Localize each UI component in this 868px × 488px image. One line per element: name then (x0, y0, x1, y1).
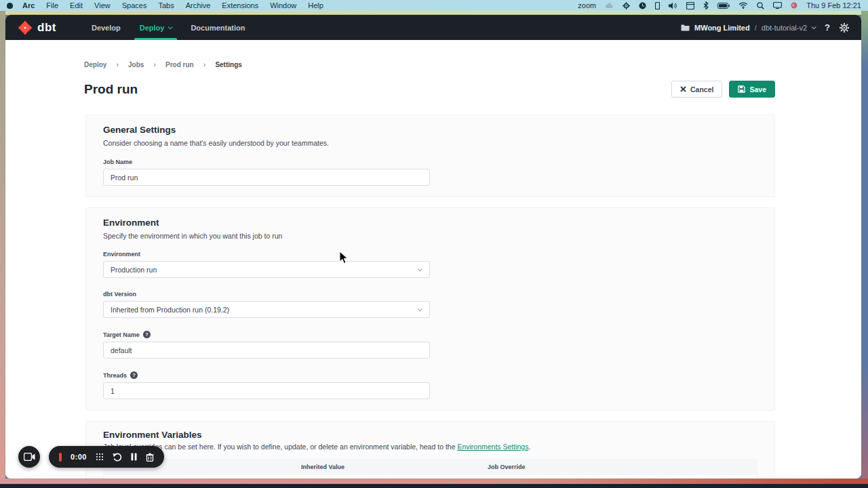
account-separator: / (755, 24, 757, 32)
pause-recording-icon[interactable] (131, 453, 137, 461)
page-title: Prod run (84, 82, 138, 97)
menubar-app-name[interactable]: Arc (22, 1, 35, 9)
cloud-icon[interactable] (605, 2, 614, 9)
menubar-item-window[interactable]: Window (270, 1, 296, 9)
help-tooltip-icon[interactable]: ? (143, 331, 151, 338)
account-project-switcher[interactable]: MWong Limited / dbt-tutorial-v2 (681, 24, 815, 32)
threads-label: Threads (103, 372, 127, 379)
gear-icon[interactable] (840, 23, 849, 33)
help-tooltip-icon[interactable]: ? (130, 371, 138, 379)
env-vars-text-suffix: . (528, 443, 530, 451)
wallpaper-bottom-strip (0, 479, 868, 484)
breadcrumb-separator: › (203, 60, 206, 68)
job-name-label: Job Name (103, 159, 757, 165)
video-camera-icon (24, 453, 35, 461)
environment-variables-heading: Environment Variables (103, 430, 757, 440)
environment-variables-description: Job level overrides can be set here. If … (103, 443, 757, 451)
breadcrumb-separator: › (116, 60, 119, 68)
delete-recording-icon[interactable] (146, 453, 154, 462)
tab-documentation[interactable]: Documentation (181, 15, 254, 40)
clock-icon[interactable] (639, 2, 646, 9)
close-icon (680, 86, 686, 92)
target-name-label: Target Name (103, 331, 140, 338)
menubar-item-edit[interactable]: Edit (70, 1, 83, 9)
recording-timer: 0:00 (71, 453, 87, 461)
environment-label: Environment (103, 251, 757, 258)
mouse-cursor (339, 251, 349, 264)
record-indicator-icon[interactable] (791, 2, 797, 9)
menubar-item-view[interactable]: View (94, 1, 111, 9)
bluetooth-icon[interactable] (703, 1, 709, 9)
battery-icon[interactable] (717, 3, 730, 9)
project-name: dbt-tutorial-v2 (762, 24, 807, 32)
dbt-logo-icon (18, 20, 33, 35)
menubar-item-archive[interactable]: Archive (186, 1, 211, 9)
tab-deploy-label: Deploy (140, 24, 165, 32)
tab-develop-label: Develop (92, 24, 121, 32)
chevron-down-icon (168, 24, 173, 29)
dbt-brand-text: dbt (37, 21, 56, 35)
env-vars-table-row (103, 475, 757, 479)
environment-heading: Environment (103, 218, 757, 228)
environment-variables-section: Environment Variables Job level override… (85, 421, 775, 479)
breadcrumb: Deploy › Jobs › Prod run › Settings (84, 60, 861, 68)
wallpaper-right-strip (861, 11, 868, 479)
environment-select[interactable]: Production run (103, 261, 430, 278)
tab-deploy[interactable]: Deploy (130, 15, 182, 40)
cancel-button-label: Cancel (690, 85, 713, 94)
camera-bubble-button[interactable] (18, 446, 40, 468)
job-name-input[interactable] (103, 169, 430, 186)
cancel-button[interactable]: Cancel (671, 81, 722, 98)
column-job-override: Job Override (488, 464, 526, 470)
breadcrumb-deploy[interactable]: Deploy (84, 61, 106, 68)
display-mirror-icon[interactable] (773, 2, 782, 9)
folder-icon (681, 24, 690, 31)
menubar-item-file[interactable]: File (46, 1, 58, 9)
chevron-down-icon (418, 306, 422, 311)
column-inherited-value: Inherited Value (301, 464, 344, 470)
spotlight-search-icon[interactable] (757, 2, 764, 9)
phone-icon[interactable] (655, 2, 660, 9)
page-content: Deploy › Jobs › Prod run › Settings Prod… (5, 40, 861, 479)
restart-recording-icon[interactable] (113, 453, 122, 462)
chevron-down-icon (418, 266, 422, 271)
help-icon[interactable]: ? (825, 22, 830, 33)
tab-documentation-label: Documentation (191, 24, 245, 32)
env-vars-table-header: Inherited Value Job Override (103, 459, 757, 475)
wifi-icon[interactable] (738, 2, 748, 9)
settings-gear-icon[interactable] (623, 2, 630, 9)
environment-select-value: Production run (111, 266, 157, 274)
general-settings-section: General Settings Consider choosing a nam… (85, 115, 775, 197)
menubar-item-spaces[interactable]: Spaces (122, 1, 147, 9)
account-name: MWong Limited (694, 24, 750, 32)
stop-recording-button[interactable] (59, 453, 62, 462)
threads-input[interactable] (103, 382, 430, 399)
volume-icon[interactable] (669, 2, 677, 9)
zoom-menu-item[interactable]: zoom (578, 1, 596, 9)
menubar-item-help[interactable]: Help (308, 1, 323, 9)
tab-develop[interactable]: Develop (82, 15, 130, 40)
dbt-version-select[interactable]: Inherited from Production run (0.19.2) (103, 301, 430, 318)
breadcrumb-settings: Settings (215, 61, 241, 68)
environment-description: Specify the environment in which you wan… (103, 232, 757, 240)
macos-menubar: Arc File Edit View Spaces Tabs Archive E… (0, 0, 868, 11)
target-name-input[interactable] (103, 342, 430, 359)
menubar-clock[interactable]: Thu 9 Feb 12:21 (806, 1, 861, 9)
save-button[interactable]: Save (729, 81, 775, 98)
environment-section: Environment Specify the environment in w… (85, 207, 775, 411)
breadcrumb-jobs[interactable]: Jobs (128, 61, 144, 68)
menubar-item-extensions[interactable]: Extensions (222, 1, 258, 9)
dbt-logo[interactable]: dbt (18, 15, 56, 40)
breadcrumb-separator: › (153, 60, 156, 68)
menubar-item-tabs[interactable]: Tabs (158, 1, 174, 9)
apple-menu-icon[interactable] (7, 3, 13, 9)
calendar-icon[interactable] (686, 2, 694, 9)
wallpaper-left-strip (0, 11, 5, 479)
save-button-label: Save (749, 85, 766, 94)
dbt-version-label: dbt Version (103, 291, 757, 298)
recording-toolbar: 0:00 (49, 446, 164, 468)
drag-handle-icon[interactable] (96, 453, 104, 461)
general-settings-description: Consider choosing a name that's easily u… (103, 139, 757, 147)
breadcrumb-prod-run[interactable]: Prod run (165, 61, 194, 68)
environments-settings-link[interactable]: Environments Settings (457, 443, 528, 451)
